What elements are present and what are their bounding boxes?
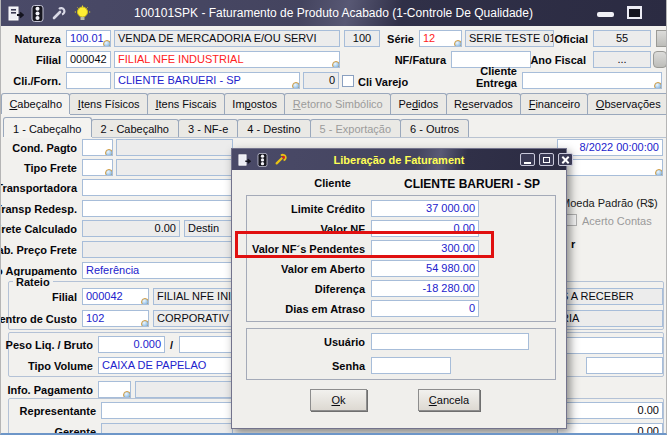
- header-blob-button[interactable]: [653, 51, 667, 68]
- transp-redesp-field[interactable]: [82, 200, 233, 217]
- natureza-tipo-field: 100: [344, 30, 380, 47]
- centro-custo-code-field[interactable]: 102: [82, 310, 149, 327]
- dialog-titlebar: Liberação de Faturament: [232, 149, 566, 170]
- info-pagamento-field[interactable]: [98, 381, 131, 398]
- tab-reservados[interactable]: Reservados: [446, 93, 522, 114]
- frete-destinatario-field: Destin: [184, 220, 233, 237]
- peso-liquido-field[interactable]: 0.000: [98, 336, 165, 353]
- lookup-icon[interactable]: [123, 391, 131, 398]
- ano-fiscal-field: ...: [593, 51, 651, 68]
- ano-fiscal-label: Ano Fiscal: [530, 54, 586, 66]
- window-titlebar: 100101SPK - Faturamento de Produto Acaba…: [1, 0, 666, 26]
- filial-desc-field[interactable]: FILIAL NFE INDUSTRIAL: [114, 51, 340, 68]
- info-pagamento-label: Info. Pagamento: [7, 384, 93, 396]
- peso-bruto-field-right[interactable]: [557, 337, 663, 354]
- oficial-field: 55: [593, 30, 651, 47]
- serie-code-field[interactable]: 12: [419, 30, 462, 47]
- cliente-entrega-label-1: Cliente: [480, 65, 517, 77]
- tipo-volume-label: Tipo Volume: [28, 360, 93, 372]
- dialog-close-icon[interactable]: [558, 153, 573, 166]
- rateio-filial-desc-field: FILIAL NFE INI: [153, 288, 233, 305]
- centro-custo-desc-field: CORPORATIV: [153, 310, 233, 327]
- valor-nfs-pendentes-label: Valor NF´s Pendentes: [252, 243, 365, 255]
- tab-itens-fisicos[interactable]: Itens Físicos: [69, 93, 148, 114]
- tab-pedidos[interactable]: Pedidos: [390, 93, 447, 114]
- acerto-contas-label: Acerto Contas: [582, 215, 652, 227]
- lookup-icon[interactable]: [654, 82, 662, 89]
- subtab-1-cabecalho[interactable]: 1 - Cabeçalho: [3, 117, 92, 137]
- main-tab-strip: Cabeçalho Itens Físicos Itens Fiscais Im…: [1, 93, 667, 115]
- tipo-frete-label: Tipo Frete: [24, 162, 77, 174]
- minimize-icon[interactable]: [597, 12, 614, 17]
- subtab-4-destino[interactable]: 4 - Destino: [237, 119, 310, 137]
- maximize-icon[interactable]: [627, 6, 642, 19]
- transp-redesp-label: Transp Redesp.: [0, 203, 77, 215]
- lookup-icon[interactable]: [141, 298, 149, 305]
- gerente-label: Gerente: [54, 426, 96, 435]
- peso-bruto-field-left[interactable]: [179, 336, 233, 353]
- tab-itens-fiscais[interactable]: Itens Fiscais: [147, 93, 225, 114]
- usuario-input[interactable]: [371, 333, 529, 350]
- valor-em-aberto-label: Valor em Aberto: [281, 263, 365, 275]
- tipo-volume-right-field[interactable]: [586, 357, 663, 374]
- tab-impostos[interactable]: Impostos: [224, 93, 285, 114]
- natureza-code-field[interactable]: 100.01: [66, 30, 111, 47]
- lookup-icon[interactable]: [292, 82, 300, 89]
- subtab-6-outros[interactable]: 6 - Outros: [400, 119, 469, 137]
- window-title: 100101SPK - Faturamento de Produto Acaba…: [1, 6, 666, 20]
- representante-value-field: 0.00: [557, 402, 663, 419]
- tipo-frete-field[interactable]: [82, 159, 113, 176]
- info-pagamento-desc-field: [135, 381, 233, 398]
- lookup-icon[interactable]: [454, 40, 462, 47]
- dialog-title: Liberação de Faturament: [232, 154, 566, 166]
- subtab-3-nfe[interactable]: 3 - NF-e: [178, 119, 238, 137]
- tab-financeiro[interactable]: Financeiro: [520, 93, 588, 114]
- senha-label: Senha: [332, 360, 365, 372]
- rateio-filial-code-field[interactable]: 000042: [82, 288, 149, 305]
- cond-pagto-label: Cond. Pagto: [12, 142, 77, 154]
- representante-field[interactable]: [101, 402, 233, 419]
- cli-forn-code-field[interactable]: [66, 72, 111, 89]
- cancela-button[interactable]: Cancela: [418, 389, 480, 411]
- tipo-agrupamento-field[interactable]: Referência: [82, 262, 233, 279]
- cli-forn-desc-field[interactable]: CLIENTE BARUERI - SP: [114, 72, 300, 89]
- valor-nf-label: Valor NF: [320, 223, 365, 235]
- tab-retorno-simbolico: Retorno Simbólico: [284, 93, 391, 114]
- rateio-group-title: Rateio: [13, 276, 53, 288]
- centro-custo-right-field: RIA: [557, 310, 663, 327]
- peso-label: Peso Liq. / Bruto: [6, 339, 93, 351]
- subtab-5-exportacao: 5 - Exportação: [310, 119, 402, 137]
- transportadora-field[interactable]: [82, 179, 233, 196]
- filial-label: Filial: [36, 54, 61, 66]
- dialog-minimize-icon[interactable]: [520, 153, 535, 166]
- tab-observacoes[interactable]: Observações: [587, 93, 667, 114]
- subtab-2-cabecalho[interactable]: 2 - Cabeçalho: [91, 119, 180, 137]
- valor-nfs-pendentes-field: 300.00: [371, 240, 479, 257]
- ok-button[interactable]: Ok: [310, 389, 367, 411]
- filial-code-field[interactable]: 000042: [66, 51, 111, 68]
- lookup-icon[interactable]: [103, 40, 111, 47]
- tipo-volume-field[interactable]: CAIXA DE PAPELAO: [98, 357, 233, 374]
- centro-custo-label: Centro de Custo: [0, 313, 77, 325]
- rateio-filial-right-field: S A RECEBER: [557, 288, 663, 305]
- lookup-icon[interactable]: [141, 320, 149, 327]
- clipped-label-fragment: r: [571, 238, 575, 250]
- header-corner-button[interactable]: [656, 30, 667, 47]
- lookup-icon[interactable]: [105, 169, 113, 176]
- gerente-field: [101, 423, 233, 435]
- lookup-icon[interactable]: [105, 149, 113, 156]
- tab-preco-frete-label: Tab. Preço Frete: [0, 244, 77, 256]
- sub-tab-strip: 1 - Cabeçalho 2 - Cabeçalho 3 - NF-e 4 -…: [3, 115, 667, 138]
- senha-input[interactable]: [371, 357, 451, 374]
- lookup-icon[interactable]: [332, 61, 340, 68]
- cliente-entrega-field[interactable]: [522, 72, 662, 89]
- transportadora-label: Transportadora: [0, 182, 77, 194]
- loja-field: 0: [303, 72, 339, 89]
- lookup-icon[interactable]: [655, 169, 663, 176]
- cond-pagto-field[interactable]: [82, 139, 113, 156]
- tab-cabecalho[interactable]: Cabeçalho: [1, 93, 70, 114]
- dialog-maximize-icon[interactable]: [539, 153, 554, 166]
- dialog-cliente-label: Cliente: [314, 177, 351, 189]
- natureza-desc-field: VENDA DE MERCADORIA E/OU SERVI: [114, 30, 340, 47]
- cli-varejo-checkbox[interactable]: [342, 75, 354, 87]
